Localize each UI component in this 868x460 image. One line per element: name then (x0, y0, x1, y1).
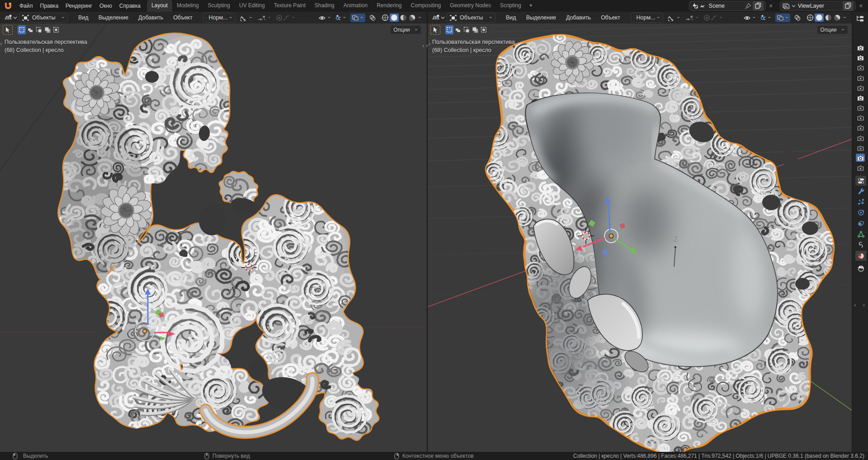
svg-text:Z: Z (674, 235, 678, 243)
